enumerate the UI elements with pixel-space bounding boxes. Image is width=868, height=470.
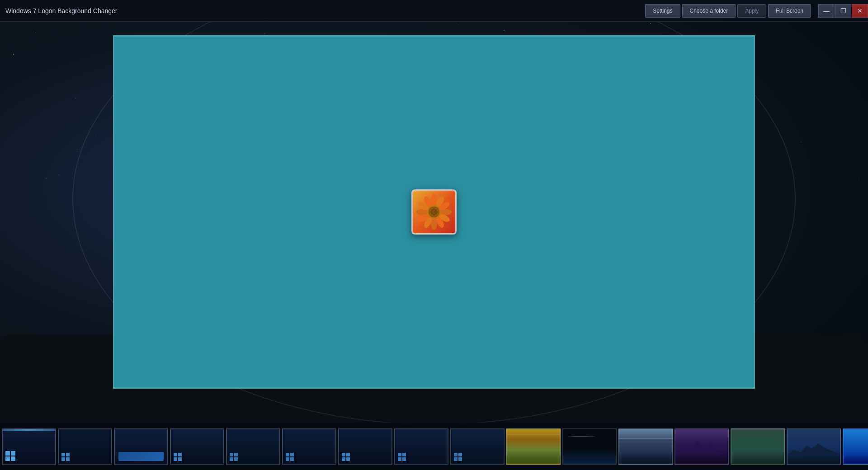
thumbnail-12[interactable] [618, 428, 673, 465]
apply-button[interactable]: Apply [737, 4, 766, 18]
thumbnail-13[interactable] [675, 428, 729, 465]
settings-button[interactable]: Settings [645, 4, 680, 18]
thumbnail-strip: D DOWNLOADS.GURU [0, 423, 868, 470]
thumbnail-15[interactable] [787, 428, 841, 465]
thumbnail-16[interactable] [843, 428, 868, 465]
preview-area [113, 35, 755, 389]
flower-frame [411, 189, 457, 235]
app-title: Windows 7 Logon Background Changer [0, 7, 645, 14]
thumbnail-7[interactable] [338, 428, 392, 465]
thumbnail-1[interactable] [2, 428, 56, 465]
thumbnail-14[interactable] [731, 428, 785, 465]
svg-rect-24 [413, 191, 455, 233]
center-icon [411, 189, 457, 235]
minimize-button[interactable]: — [818, 4, 835, 18]
thumbnail-5[interactable] [226, 428, 280, 465]
title-bar: Windows 7 Logon Background Changer Setti… [0, 0, 868, 22]
maximize-button[interactable]: ❐ [835, 4, 851, 18]
toolbar-buttons: Settings Choose a folder Apply Full Scre… [645, 4, 815, 18]
close-button[interactable]: ✕ [852, 4, 868, 18]
thumbnail-9[interactable] [450, 428, 505, 465]
thumbnail-6[interactable] [282, 428, 336, 465]
window-controls: — ❐ ✕ [818, 4, 868, 18]
thumbnail-2[interactable] [58, 428, 112, 465]
thumbnail-11[interactable] [562, 428, 617, 465]
choose-folder-button[interactable]: Choose a folder [682, 4, 736, 18]
thumbnail-4[interactable] [170, 428, 224, 465]
fullscreen-button[interactable]: Full Screen [768, 4, 811, 18]
thumbnail-3[interactable] [114, 428, 168, 465]
flower-inner [413, 191, 455, 233]
thumbnail-8[interactable] [394, 428, 448, 465]
flower-svg [413, 191, 455, 233]
thumbnail-10[interactable] [506, 428, 561, 465]
